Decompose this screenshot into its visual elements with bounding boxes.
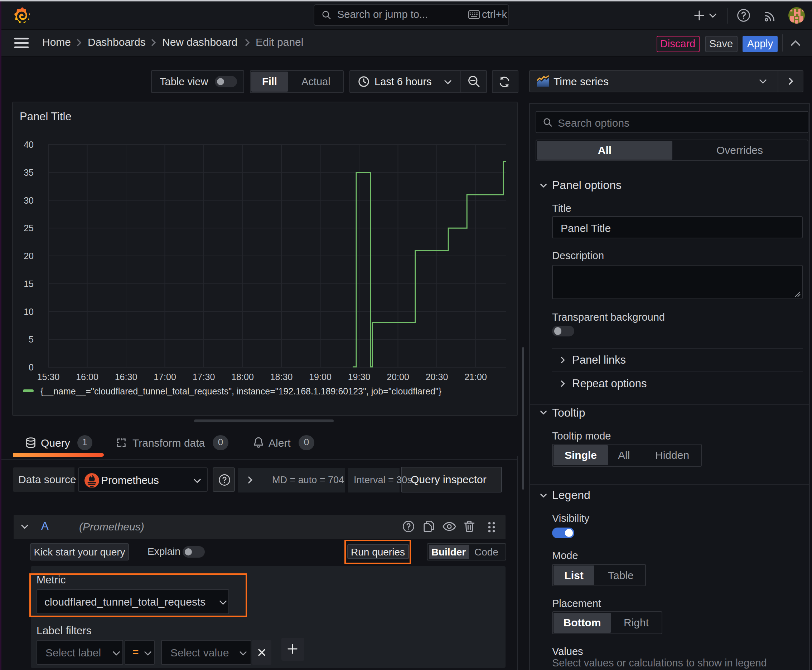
svg-text:5: 5 [28,334,33,344]
svg-text:20: 20 [23,250,33,261]
svg-text:25: 25 [23,223,33,233]
svg-text:20:00: 20:00 [387,372,409,382]
svg-text:19:30: 19:30 [348,372,370,382]
svg-text:15:30: 15:30 [37,372,59,382]
svg-text:{__name__="cloudflared_tunnel_: {__name__="cloudflared_tunnel_total_requ… [40,386,441,396]
svg-text:18:00: 18:00 [231,372,253,382]
svg-text:15: 15 [23,278,33,288]
svg-text:35: 35 [23,167,33,177]
svg-text:16:00: 16:00 [76,372,98,382]
svg-text:17:00: 17:00 [153,372,176,382]
svg-text:16:30: 16:30 [115,372,137,382]
svg-text:19:00: 19:00 [309,372,331,382]
svg-text:17:30: 17:30 [192,372,215,382]
svg-text:0: 0 [28,362,33,372]
svg-text:18:30: 18:30 [270,372,293,382]
svg-text:40: 40 [23,139,33,149]
svg-text:10: 10 [23,306,33,316]
svg-text:30: 30 [23,195,33,205]
svg-text:21:00: 21:00 [464,372,487,382]
svg-text:20:30: 20:30 [425,372,448,382]
